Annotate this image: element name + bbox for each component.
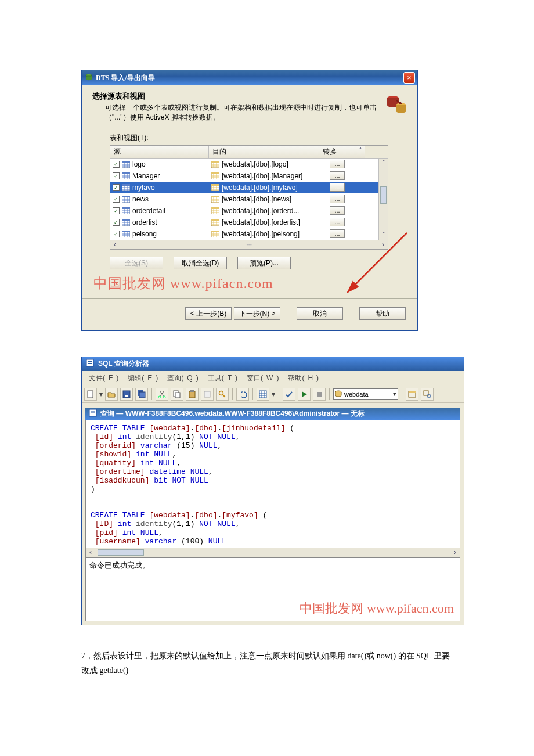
object-search-icon[interactable] [421, 388, 434, 401]
table-row[interactable]: ✓Manager[webdata].[dbo].[Manager]... [110, 170, 388, 182]
table-row[interactable]: ✓orderlist[webdata].[dbo].[orderlist]... [110, 217, 388, 228]
dropdown-icon[interactable]: ▾ [272, 390, 275, 398]
table-icon [211, 231, 219, 237]
svg-rect-23 [211, 172, 219, 174]
preview-button[interactable]: 预览(P)... [237, 257, 291, 269]
deselect-all-button[interactable]: 取消全选(D) [174, 257, 227, 269]
editor-horizontal-scrollbar[interactable]: ‹ › [85, 548, 460, 557]
table-row[interactable]: ✓myfavo[webdata].[dbo].[myfavo]... [110, 182, 388, 193]
svg-rect-96 [139, 392, 145, 398]
svg-rect-114 [409, 391, 416, 393]
execute-icon[interactable] [298, 388, 311, 401]
stop-icon[interactable] [313, 388, 326, 401]
svg-rect-91 [88, 363, 92, 364]
row-checkbox[interactable]: ✓ [113, 172, 120, 179]
scroll-left-icon[interactable]: ‹ [110, 240, 120, 249]
col-header-source[interactable]: 源 [110, 146, 209, 158]
open-icon[interactable] [105, 388, 118, 401]
scroll-up-icon[interactable]: ˄ [379, 159, 388, 168]
parse-icon[interactable] [283, 388, 295, 401]
menu-edit[interactable]: 编辑(E) [124, 373, 161, 384]
svg-rect-94 [125, 395, 128, 397]
document-paragraph: 7，然后表设计里，把原来的默认值给加上，注意一点原来时间默认如果用 date()… [81, 649, 453, 678]
table-row[interactable]: ✓peisong[webdata].[dbo].[peisong]... [110, 228, 388, 240]
row-checkbox[interactable]: ✓ [113, 161, 120, 168]
dest-table-name: [webdata].[dbo].[logo] [222, 160, 288, 168]
watermark-text: 中国批发网 www.pifacn.com [300, 600, 454, 617]
sql-title: SQL 查询分析器 [98, 359, 149, 369]
svg-rect-35 [211, 184, 219, 186]
scroll-thumb[interactable] [98, 549, 144, 556]
row-checkbox[interactable]: ✓ [113, 219, 120, 226]
transform-ellipsis-button[interactable]: ... [330, 218, 345, 226]
scroll-thumb[interactable] [380, 186, 387, 204]
source-table-name: news [132, 195, 149, 203]
save-icon[interactable] [120, 388, 133, 401]
dropdown-icon[interactable]: ▾ [99, 390, 103, 398]
help-button[interactable]: 帮助 [359, 307, 406, 320]
scroll-left-icon[interactable]: ‹ [86, 548, 95, 557]
row-checkbox[interactable]: ✓ [113, 184, 120, 191]
sql-editor[interactable]: CREATE TABLE [webdata].[dbo].[jinhuodeta… [85, 420, 460, 548]
dts-header-description: 可选择一个或多个表或视图进行复制。可在架构和数据出现在源中时进行复制，也可单击（… [92, 103, 384, 123]
watermark-text: 中国批发网 www.pifacn.com [93, 274, 417, 293]
clear-icon[interactable] [201, 388, 214, 401]
svg-rect-106 [259, 391, 266, 398]
sql-menubar: 文件(F)编辑(E)查询(Q)工具(T)窗口(W)帮助(H) [82, 371, 464, 386]
menu-window[interactable]: 窗口(W) [243, 373, 282, 384]
menu-help[interactable]: 帮助(H) [284, 373, 322, 384]
database-icon [335, 390, 342, 398]
scroll-right-icon[interactable]: › [378, 240, 388, 249]
scroll-up-icon[interactable]: ˄ [355, 146, 365, 158]
table-row[interactable]: ✓orderdetail[webdata].[dbo].[orderd.....… [110, 205, 388, 217]
transform-ellipsis-button[interactable]: ... [330, 183, 345, 192]
row-checkbox[interactable]: ✓ [113, 231, 120, 237]
col-header-dest[interactable]: 目的 [209, 146, 319, 158]
new-icon[interactable] [84, 388, 97, 401]
copy-icon[interactable] [171, 388, 183, 401]
dts-title: DTS 导入/导出向导 [96, 73, 403, 83]
menu-file[interactable]: 文件(F) [85, 373, 122, 384]
cut-icon[interactable] [156, 388, 168, 401]
col-header-transform[interactable]: 转换 [319, 146, 355, 158]
select-all-button[interactable]: 全选(S) [110, 257, 163, 269]
close-button[interactable]: × [403, 72, 415, 84]
table-row[interactable]: ✓logo[webdata].[dbo].[logo]... [110, 159, 388, 170]
transform-ellipsis-button[interactable]: ... [330, 195, 345, 203]
cancel-button[interactable]: 取消 [297, 307, 343, 320]
save-all-icon[interactable] [135, 388, 148, 401]
dest-table-name: [webdata].[dbo].[orderd... [222, 207, 299, 215]
source-table-name: orderlist [132, 218, 157, 226]
transform-ellipsis-button[interactable]: ... [330, 160, 345, 168]
find-icon[interactable] [216, 388, 229, 401]
scroll-down-icon[interactable]: ˅ [379, 231, 388, 240]
scroll-right-icon[interactable]: › [450, 548, 460, 557]
database-combobox[interactable]: webdata ▾ [333, 388, 398, 400]
paste-icon[interactable] [186, 388, 199, 401]
back-button[interactable]: < 上一步(B) [185, 307, 232, 320]
svg-rect-100 [175, 393, 180, 398]
table-row[interactable]: ✓news[webdata].[dbo].[news]... [110, 193, 388, 205]
object-browser-icon[interactable] [406, 388, 418, 401]
grid-horizontal-scrollbar[interactable]: ‹ ▪▪▪ › [110, 240, 388, 249]
table-icon [211, 207, 219, 214]
menu-query[interactable]: 查询(Q) [164, 373, 201, 384]
row-checkbox[interactable]: ✓ [113, 207, 120, 214]
transform-ellipsis-button[interactable]: ... [330, 229, 345, 238]
results-to-grid-icon[interactable] [257, 388, 269, 401]
sql-titlebar: SQL 查询分析器 [82, 357, 464, 371]
svg-rect-101 [189, 391, 195, 398]
svg-rect-90 [88, 361, 92, 362]
table-icon [122, 196, 130, 203]
close-icon: × [407, 73, 411, 82]
row-checkbox[interactable]: ✓ [113, 196, 120, 203]
menu-tools[interactable]: 工具(T) [204, 373, 241, 384]
dts-header-title: 选择源表和视图 [92, 91, 384, 102]
undo-icon[interactable] [236, 388, 249, 401]
source-table-name: orderdetail [132, 207, 165, 215]
next-button[interactable]: 下一步(N) > [234, 307, 280, 320]
transform-ellipsis-button[interactable]: ... [330, 171, 345, 180]
sql-analyzer-window: SQL 查询分析器 文件(F)编辑(E)查询(Q)工具(T)窗口(W)帮助(H)… [81, 357, 464, 625]
transform-ellipsis-button[interactable]: ... [330, 206, 345, 215]
grid-vertical-scrollbar[interactable]: ˄ ˅ [378, 159, 388, 240]
